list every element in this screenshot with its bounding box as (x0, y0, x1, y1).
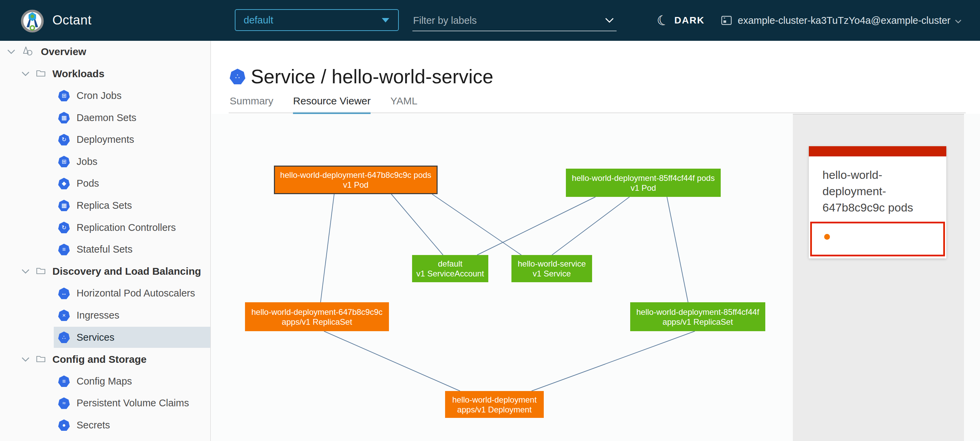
folder-icon (36, 267, 46, 276)
tab-bar: SummaryResource ViewerYAML (230, 95, 437, 114)
k8s-resource-icon: ↻ (58, 134, 70, 146)
graph-node-deployment[interactable]: hello-world-deployment apps/v1 Deploymen… (445, 391, 544, 418)
graph-edge-pod-647-service (432, 194, 521, 255)
octant-logo-icon (20, 8, 45, 33)
graph-edge-rs-647-deployment (324, 331, 460, 391)
sidebar-item-label: Services (76, 332, 115, 343)
card-title: hello-world-deployment-647b8c9c9c pods (809, 156, 946, 222)
sidebar-item-label: Horizontal Pod Autoscalers (76, 288, 195, 299)
k8s-resource-icon: ≈ (58, 398, 70, 409)
namespace-dropdown-value: default (243, 14, 382, 26)
pod-status-row[interactable] (810, 222, 945, 256)
k8s-resource-icon: × (58, 309, 70, 321)
graph-node-pod-647[interactable]: hello-world-deployment-647b8c9c9c pods v… (274, 166, 438, 194)
tab-yaml[interactable]: YAML (390, 95, 417, 114)
chevron-down-icon[interactable] (20, 269, 31, 274)
sidebar-item-label: Config Maps (76, 376, 132, 387)
sidebar-item-replica-sets[interactable]: ▦ Replica Sets (0, 195, 210, 217)
sidebar-item-label: Deployments (76, 134, 134, 145)
label-filter (412, 10, 617, 31)
octant-logo: Octant (20, 8, 92, 33)
chevron-down-icon (955, 19, 962, 24)
graph-node-name: hello-world-service (517, 259, 585, 269)
k8s-resource-icon: ● (58, 419, 70, 431)
dropdown-caret-icon (382, 18, 389, 22)
namespace-dropdown[interactable]: default (235, 9, 399, 31)
k8s-resource-icon: ◆ (58, 178, 70, 189)
graph-node-rs-647[interactable]: hello-world-deployment-647b8c9c9c apps/v… (245, 302, 389, 331)
sidebar-item-overview[interactable]: Overview (0, 41, 210, 63)
chevron-down-icon[interactable] (5, 49, 17, 54)
graph-node-kind: apps/v1 ReplicaSet (282, 317, 352, 327)
k8s-resource-icon: ≡ (58, 375, 70, 387)
sidebar-item-replication-controllers[interactable]: ↻ Replication Controllers (0, 217, 210, 239)
sidebar-item-pods[interactable]: ◆ Pods (0, 173, 210, 195)
sidebar-item-jobs[interactable]: ⊞ Jobs (0, 151, 210, 173)
label-filter-input[interactable] (412, 14, 605, 27)
graph-node-kind: apps/v1 ReplicaSet (662, 317, 733, 327)
graph-edge-pod-85-rs-85 (667, 197, 688, 302)
sidebar-item-services[interactable]: ∴ Services (0, 327, 210, 349)
sidebar-item-daemon-sets[interactable]: ▦ Daemon Sets (0, 107, 210, 129)
tab-resource-viewer[interactable]: Resource Viewer (293, 95, 371, 114)
cluster-context-switcher[interactable]: example-cluster-ka3TuTzYo4a@example-clus… (721, 10, 962, 30)
graph-node-kind: v1 Pod (343, 180, 369, 190)
tabbar-divider (229, 113, 966, 113)
folder-icon (36, 69, 46, 79)
graph-edge-pod-647-serviceaccount (391, 194, 443, 255)
dark-theme-label: DARK (675, 15, 705, 26)
graph-node-kind: v1 Pod (630, 183, 656, 193)
k8s-resource-icon: ⊞ (58, 156, 70, 167)
graph-node-name: hello-world-deployment-647b8c9c9c (251, 307, 383, 317)
sidebar-item-ingresses[interactable]: × Ingresses (0, 304, 210, 327)
graph-node-pod-85[interactable]: hello-world-deployment-85ff4cf44f pods v… (566, 169, 721, 197)
page-titlebar: ∴ Service / hello-world-service (230, 65, 493, 88)
graph-node-name: hello-world-deployment-85ff4cf44f pods (572, 173, 715, 183)
moon-icon: ☾ (655, 12, 670, 28)
sidebar-item-stateful-sets[interactable]: ≡ Stateful Sets (0, 238, 210, 260)
app-header: Octant default ☾ DARK example-cluster-ka… (0, 0, 980, 41)
graph-node-kind: v1 Service (533, 269, 571, 278)
chevron-down-icon[interactable] (20, 357, 31, 362)
sidebar-item-label: Secrets (76, 420, 110, 431)
k8s-resource-icon: ∴ (58, 332, 70, 343)
detail-panel: hello-world-deployment-647b8c9c9c pods (793, 114, 964, 441)
k8s-resource-icon: ↻ (58, 222, 70, 233)
sidebar-item-label: Stateful Sets (76, 244, 132, 255)
sidebar-item-label: Workloads (52, 68, 105, 79)
chevron-down-icon[interactable] (605, 17, 614, 24)
folder-icon (36, 355, 46, 364)
sidebar-item-label: Overview (41, 46, 86, 57)
tab-summary[interactable]: Summary (230, 95, 273, 114)
k8s-resource-icon: ▦ (58, 200, 70, 211)
sidebar-item-label: Replication Controllers (76, 222, 176, 233)
sidebar-item-secrets[interactable]: ● Secrets (0, 414, 210, 436)
sidebar-item-deployments[interactable]: ↻ Deployments (0, 128, 210, 151)
sidebar-item-label: Persistent Volume Claims (76, 398, 189, 409)
sidebar-item-discovery-and-load-balancing[interactable]: Discovery and Load Balancing (0, 260, 210, 282)
sidebar-item-label: Daemon Sets (76, 112, 137, 124)
k8s-resource-icon: ⊞ (58, 90, 70, 102)
graph-node-service[interactable]: hello-world-service v1 Service (511, 255, 592, 282)
cluster-context-label: example-cluster-ka3TuTzYo4a@example-clus… (738, 15, 950, 26)
k8s-resource-icon: ▦ (58, 112, 70, 124)
service-resource-icon: ∴ (230, 69, 245, 84)
sidebar-item-workloads[interactable]: Workloads (0, 63, 210, 85)
scroll-gutter (964, 114, 980, 441)
sidebar-item-config-maps[interactable]: ≡ Config Maps (0, 370, 210, 392)
sidebar-item-cron-jobs[interactable]: ⊞ Cron Jobs (0, 85, 210, 107)
card-status-bar (809, 146, 946, 156)
sidebar-item-label: Pods (76, 178, 99, 189)
sidebar-item-persistent-volume-claims[interactable]: ≈ Persistent Volume Claims (0, 392, 210, 414)
graph-node-serviceaccount[interactable]: default v1 ServiceAccount (412, 255, 488, 282)
sidebar-item-label: Config and Storage (52, 354, 147, 365)
selected-node-card: hello-world-deployment-647b8c9c9c pods (809, 146, 946, 259)
dark-theme-toggle[interactable]: ☾ DARK (657, 10, 705, 30)
graph-node-kind: v1 ServiceAccount (417, 269, 484, 278)
sidebar-item-label: Cron Jobs (76, 90, 121, 102)
sidebar-item-horizontal-pod-autoscalers[interactable]: ↔ Horizontal Pod Autoscalers (0, 282, 210, 305)
graph-node-rs-85[interactable]: hello-world-deployment-85ff4cf44f apps/v… (630, 302, 765, 331)
sidebar-item-config-and-storage[interactable]: Config and Storage (0, 348, 210, 370)
applications-icon (22, 46, 33, 57)
chevron-down-icon[interactable] (20, 71, 31, 76)
